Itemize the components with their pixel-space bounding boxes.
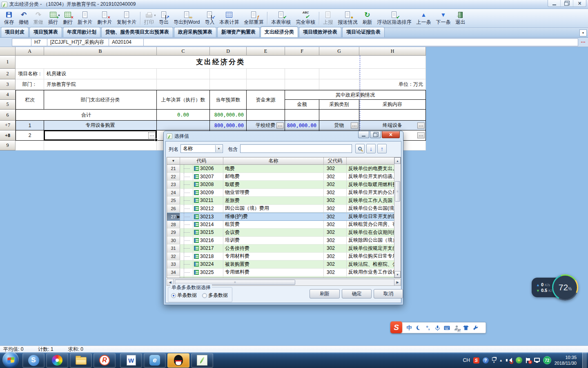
header-col-index[interactable]: 栏次 — [16, 90, 44, 110]
header-fund-source[interactable]: 资金来源 — [247, 90, 285, 110]
vertical-scrollbar[interactable]: ▲ ≡ ▼ — [394, 157, 401, 278]
minimize-button[interactable] — [548, 0, 561, 7]
taskbar-360-browser[interactable] — [46, 353, 68, 368]
tab-performance-evaluation[interactable]: 项目绩效评价表 — [299, 27, 341, 37]
column-header-c[interactable]: C — [157, 47, 210, 56]
sheet-title[interactable]: 支出经济分类 — [16, 56, 426, 69]
multi-record-radio[interactable]: 多条数据 — [202, 292, 228, 299]
action-center-flag-icon[interactable]: × — [526, 358, 531, 363]
cell[interactable] — [247, 110, 285, 121]
row1-type-cell[interactable]: 货物 — [319, 121, 359, 130]
tray-help-icon[interactable]: ? — [483, 357, 489, 364]
row-number-cell[interactable]: 26 — [167, 205, 180, 213]
dialog-table-row[interactable]: 34 30225 专用燃料费 302 反映用作业务工作设备的车(不 — [167, 269, 394, 277]
ime-mode-button[interactable]: 中 — [406, 324, 412, 332]
copy-card-button[interactable]: 复制卡片 — [114, 10, 139, 27]
cell[interactable] — [319, 69, 359, 79]
row-number-cell[interactable]: 25 — [167, 197, 180, 204]
delete-row-button[interactable]: ×删行 — [60, 10, 75, 27]
scrollbar-thumb[interactable]: ≡ — [395, 181, 400, 202]
punctuation-icon[interactable]: °, — [425, 324, 431, 332]
row-number-cell[interactable]: 27 — [167, 213, 180, 220]
show-hidden-icons-button[interactable]: ▲ — [499, 359, 503, 362]
ime-toolbar[interactable]: S 中 °, 17 — [391, 322, 486, 333]
taskbar-notes-app[interactable] — [191, 353, 213, 368]
row-header-2[interactable]: 2 — [0, 69, 16, 79]
row1-amount-cell[interactable]: 800,000.00 — [285, 121, 319, 130]
dialog-table-row[interactable]: 29 30215 会议费 302 反映单位在会议期间按规定开支 — [167, 229, 394, 237]
header-proc-type[interactable]: 采购类别 — [319, 100, 359, 110]
save-button[interactable]: 保存 — [2, 10, 16, 27]
dialog-table-row[interactable]: 35 30226 劳务费 302 反映支付给外单位和个人的劳务 — [167, 276, 394, 278]
cell[interactable] — [16, 141, 44, 150]
formula-more-button[interactable] — [580, 39, 586, 45]
audit-sheet-button[interactable]: ✔本表审核 — [269, 10, 293, 27]
delete-card-button[interactable]: ×删卡片 — [95, 10, 114, 27]
tab-project-cover[interactable]: 项目封皮 — [1, 27, 29, 37]
sogou-logo-icon[interactable]: S — [390, 321, 402, 333]
tab-expenditure-classification[interactable]: 支出经济分类 — [261, 27, 298, 37]
tab-gov-procurement-budget[interactable]: 政府采购预算表 — [174, 27, 216, 37]
memory-usage-ring[interactable]: 72% — [552, 274, 578, 301]
project-name-label[interactable]: 项目名称： — [16, 69, 44, 79]
taskbar-sogou-browser[interactable]: S — [22, 353, 45, 368]
row-number-cell[interactable]: 35 — [167, 276, 180, 278]
taskbar-ie[interactable]: e — [144, 353, 166, 368]
dialog-table-row[interactable]: 23 30208 取暖费 302 反映单位取暖用燃料费、热力费 — [167, 181, 394, 189]
volume-muted-icon[interactable] — [506, 358, 512, 363]
taskbar-file-explorer[interactable] — [70, 353, 92, 368]
row-number-cell[interactable]: 23 — [167, 181, 180, 188]
header-proc-content[interactable]: 采购内容 — [359, 100, 426, 110]
skin-icon[interactable] — [463, 324, 469, 332]
settings-wrench-icon[interactable] — [472, 324, 478, 332]
cell[interactable] — [44, 141, 157, 150]
cell[interactable] — [247, 79, 285, 90]
scroll-up-icon[interactable]: ▲ — [394, 157, 401, 164]
cell[interactable] — [210, 79, 247, 90]
header-category[interactable]: 部门支出经济分类 — [44, 90, 157, 110]
lookup-ellipsis-button[interactable] — [417, 122, 425, 128]
row-selector-header[interactable]: ▼ — [167, 157, 180, 165]
row-number-cell[interactable]: 21 — [167, 165, 180, 173]
row1-index-cell[interactable]: 1 — [16, 121, 44, 130]
row-header-5[interactable]: 5 — [0, 100, 16, 110]
column-header-g[interactable]: G — [319, 47, 359, 56]
tab-list-dropdown-button[interactable]: ▼ — [579, 29, 587, 36]
cell[interactable] — [285, 110, 319, 121]
next-record-button[interactable]: 下一条 — [433, 10, 453, 27]
cell[interactable] — [319, 79, 359, 90]
undo-button[interactable]: 撤销 — [16, 10, 31, 27]
start-button[interactable] — [2, 352, 19, 368]
tray-security-shield-icon[interactable]: + — [516, 357, 522, 364]
show-desktop-button[interactable] — [582, 352, 587, 368]
department-label[interactable]: 部门： — [16, 79, 44, 90]
scroll-down-icon[interactable]: ▼ — [394, 271, 401, 278]
tab-annual-plan[interactable]: 年度用款计划 — [63, 27, 100, 37]
row-number-cell[interactable]: 30 — [167, 237, 180, 245]
select-all-corner[interactable] — [0, 47, 16, 56]
name-column-header[interactable]: 名称 — [223, 157, 324, 165]
department-value[interactable]: 开放教育学院 — [44, 79, 157, 90]
taskbar-budget-app[interactable]: R — [94, 353, 116, 368]
cell-value[interactable]: A020104 — [109, 38, 144, 46]
cancel-button[interactable]: 取消 — [374, 289, 403, 298]
row-header-8[interactable]: +8 — [0, 130, 16, 141]
lookup-ellipsis-button[interactable] — [148, 132, 156, 139]
contains-input[interactable] — [240, 144, 352, 153]
dialog-close-button[interactable] — [382, 131, 400, 138]
import-button[interactable]: ↙导入 — [202, 10, 217, 27]
parent-code-column-header[interactable]: 父代码 — [324, 157, 347, 165]
cell[interactable] — [157, 79, 210, 90]
refresh-dialog-button[interactable]: 刷新 — [310, 289, 340, 298]
total-budget-cell[interactable]: 800,000.00 — [210, 110, 247, 121]
calc-sheet-button[interactable]: 本表计算 — [217, 10, 241, 27]
tab-project-report[interactable]: 项目论证报告表 — [342, 27, 385, 37]
cell[interactable] — [157, 121, 210, 130]
row-number-cell[interactable]: 33 — [167, 260, 180, 268]
network-status-icon[interactable] — [534, 358, 540, 362]
tray-sogou-icon[interactable]: S — [473, 357, 479, 364]
dialog-table-row[interactable]: 28 30214 租赁费 302 反映租赁办公用房、宿舍、专用 — [167, 221, 394, 229]
float-filter-sort-button[interactable]: ✔浮动区筛选排序 — [374, 10, 414, 27]
dialog-minimize-button[interactable] — [358, 131, 369, 138]
soft-keyboard-icon[interactable] — [444, 324, 450, 332]
